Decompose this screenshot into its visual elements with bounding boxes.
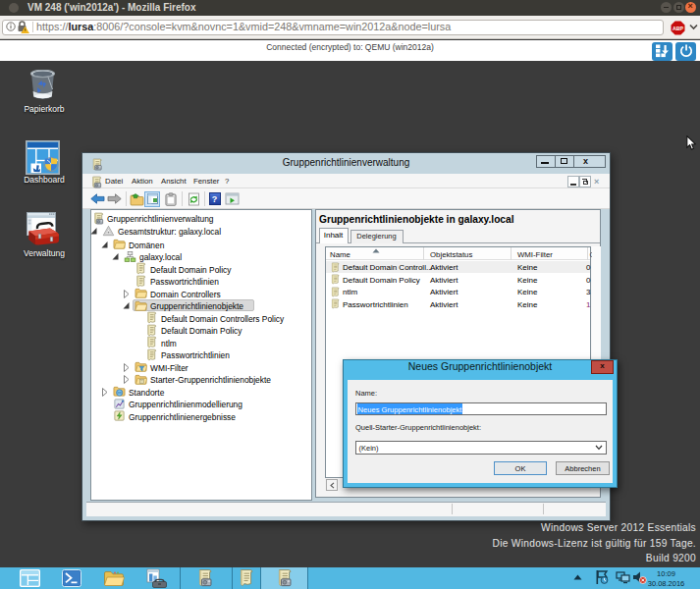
- svg-text:ABP: ABP: [673, 25, 683, 30]
